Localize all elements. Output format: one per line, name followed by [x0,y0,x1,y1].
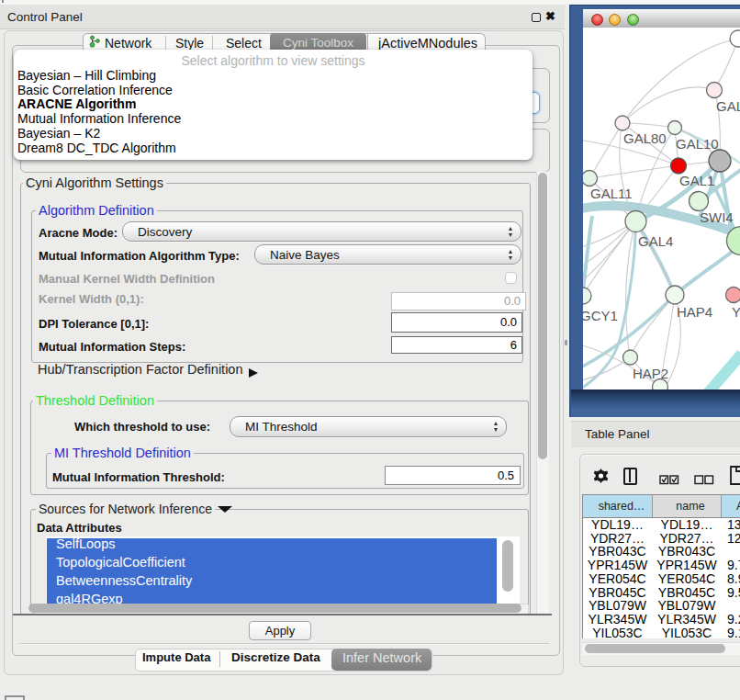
svg-text:GAL11: GAL11 [590,186,633,201]
svg-text:GAL1: GAL1 [679,173,714,188]
svg-text:GAL7: GAL7 [716,98,740,114]
svg-text:HAP4: HAP4 [677,304,712,320]
svg-text:SWI4: SWI4 [700,209,734,225]
svg-text:GAL80: GAL80 [623,130,667,146]
svg-text:GAL10: GAL10 [676,136,719,152]
svg-text:GAL4: GAL4 [638,233,673,249]
svg-text:HAP2: HAP2 [633,366,668,381]
svg-text:GCY1: GCY1 [583,308,618,323]
svg-text:YE: YE [732,304,740,320]
